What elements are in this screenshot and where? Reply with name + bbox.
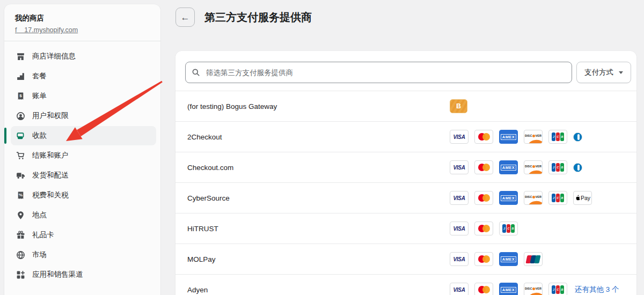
amex-card-icon: AMEX	[499, 252, 518, 266]
store-domain-link[interactable]: f 17.myshopify.com	[15, 26, 78, 34]
sidebar-item-1[interactable]: 套餐	[11, 67, 156, 86]
search-icon	[192, 68, 200, 77]
back-arrow-icon: ←	[181, 13, 190, 22]
jcb-card-icon: JCB	[548, 283, 567, 295]
provider-name: Adyen	[187, 286, 208, 294]
sidebar-item-5[interactable]: 结账和账户	[11, 146, 156, 165]
users-icon	[16, 112, 25, 121]
discover-card-icon: DISCVER	[524, 283, 543, 295]
amex-card-icon: AMEX	[499, 160, 518, 174]
provider-card-icons: VISAAMEXDISCVERJCB还有其他 3 个	[450, 283, 619, 295]
provider-row[interactable]: CyberSource VISAAMEXDISCVERJCBPay	[175, 182, 636, 213]
unionpay-card-icon	[524, 252, 543, 266]
sidebar-item-label: 地点	[32, 210, 47, 220]
shipping-truck-icon	[16, 171, 25, 180]
location-pin-icon	[16, 211, 25, 220]
checkout-cart-icon	[16, 151, 25, 160]
sidebar-item-label: 收款	[32, 131, 47, 141]
visa-card-icon: VISA	[450, 160, 469, 174]
page-title: 第三方支付服务提供商	[204, 10, 312, 25]
visa-card-icon: VISA	[450, 252, 469, 266]
mastercard-card-icon	[474, 222, 493, 235]
settings-menu: 商店详细信息 套餐 $ 账单 用户和权限 收款 结账和账户 发货和配送 % 税费…	[4, 41, 160, 290]
markets-globe-icon	[16, 250, 25, 260]
provider-card-icons: VISAAMEX	[450, 252, 543, 266]
search-input[interactable]	[185, 62, 572, 83]
provider-list: (for testing) Bogus Gateway B 2Checkout …	[175, 91, 636, 295]
provider-row[interactable]: 2Checkout VISAAMEXDISCVERJCB	[175, 121, 636, 152]
provider-name: 2Checkout	[187, 133, 222, 141]
search-row: 支付方式	[175, 51, 636, 91]
svg-text:%: %	[19, 193, 23, 197]
provider-card-icons: VISAAMEXDISCVERJCBPay	[450, 191, 592, 205]
sidebar-item-4[interactable]: 收款	[11, 126, 156, 145]
storefront-icon	[16, 52, 25, 61]
sidebar-item-8[interactable]: 地点	[11, 205, 156, 225]
provider-name: HiTRUST	[187, 225, 218, 233]
apps-channels-icon	[16, 270, 25, 279]
mastercard-card-icon	[474, 160, 493, 174]
sidebar-item-label: 用户和权限	[32, 111, 69, 121]
provider-row[interactable]: MOLPay VISAAMEX	[175, 244, 636, 274]
sidebar-item-3[interactable]: 用户和权限	[11, 106, 156, 126]
provider-name: Checkout.com	[187, 164, 233, 172]
filter-button-label: 支付方式	[584, 68, 613, 77]
amex-card-icon: AMEX	[499, 191, 518, 205]
jcb-card-icon: JCB	[548, 160, 567, 174]
store-name: 我的商店	[15, 13, 150, 23]
sidebar-item-2[interactable]: $ 账单	[11, 86, 156, 106]
payment-method-filter-button[interactable]: 支付方式	[576, 62, 631, 83]
sidebar-item-label: 商店详细信息	[32, 51, 76, 61]
amex-card-icon: AMEX	[499, 283, 518, 295]
discover-card-icon: DISCVER	[524, 191, 543, 205]
visa-card-icon: VISA	[450, 191, 469, 205]
visa-card-icon: VISA	[450, 283, 469, 295]
back-button[interactable]: ←	[175, 8, 195, 27]
provider-name: MOLPay	[187, 255, 216, 263]
sidebar-item-label: 礼品卡	[32, 230, 54, 240]
provider-row[interactable]: Adyen VISAAMEXDISCVERJCB还有其他 3 个	[175, 274, 636, 295]
discover-card-icon: DISCVER	[524, 160, 543, 174]
amex-card-icon: AMEX	[499, 130, 518, 144]
sidebar-item-label: 套餐	[32, 71, 47, 81]
diners-club-card-icon	[573, 163, 582, 172]
diners-club-card-icon	[573, 132, 582, 142]
mastercard-card-icon	[474, 130, 493, 144]
sidebar-item-9[interactable]: 礼品卡	[11, 225, 156, 245]
plan-icon	[16, 72, 25, 81]
visa-card-icon: VISA	[450, 130, 469, 144]
jcb-card-icon: JCB	[548, 191, 567, 205]
sidebar-item-10[interactable]: 市场	[11, 245, 156, 264]
provider-card-icons: VISAAMEXDISCVERJCB	[450, 160, 582, 174]
provider-name: CyberSource	[187, 194, 230, 202]
more-payment-methods-link[interactable]: 还有其他 3 个	[575, 285, 619, 294]
provider-row[interactable]: (for testing) Bogus Gateway B	[175, 91, 636, 121]
provider-card-icons: VISAAMEXDISCVERJCB	[450, 130, 582, 144]
store-header: 我的商店 f 17.myshopify.com	[4, 4, 160, 41]
taxes-icon: %	[16, 191, 25, 200]
visa-card-icon: VISA	[450, 222, 469, 235]
mastercard-card-icon	[474, 283, 493, 295]
apple-pay-card-icon: Pay	[573, 191, 592, 205]
bogus-gateway-badge: B	[450, 99, 467, 113]
sidebar-item-11[interactable]: 应用和销售渠道	[11, 265, 156, 284]
sidebar-item-6[interactable]: 发货和配送	[11, 166, 156, 185]
sidebar-item-7[interactable]: % 税费和关税	[11, 186, 156, 205]
sidebar-item-label: 发货和配送	[32, 171, 69, 180]
provider-name: (for testing) Bogus Gateway	[187, 102, 277, 110]
provider-row[interactable]: Checkout.com VISAAMEXDISCVERJCB	[175, 152, 636, 182]
jcb-card-icon: JCB	[499, 222, 518, 235]
sidebar-item-label: 税费和关税	[32, 190, 69, 200]
provider-row[interactable]: HiTRUST VISAJCB	[175, 213, 636, 244]
payments-icon	[16, 131, 25, 141]
billing-icon: $	[16, 92, 25, 101]
sidebar-item-label: 结账和账户	[32, 151, 69, 160]
providers-card: 支付方式 (for testing) Bogus Gateway B 2Chec…	[175, 51, 636, 295]
sidebar-item-label: 市场	[32, 250, 47, 260]
sidebar-item-0[interactable]: 商店详细信息	[11, 47, 156, 66]
gift-card-icon	[16, 231, 25, 240]
mastercard-card-icon	[474, 191, 493, 205]
apple-icon	[575, 195, 580, 201]
jcb-card-icon: JCB	[548, 130, 567, 144]
chevron-down-icon	[619, 71, 623, 74]
